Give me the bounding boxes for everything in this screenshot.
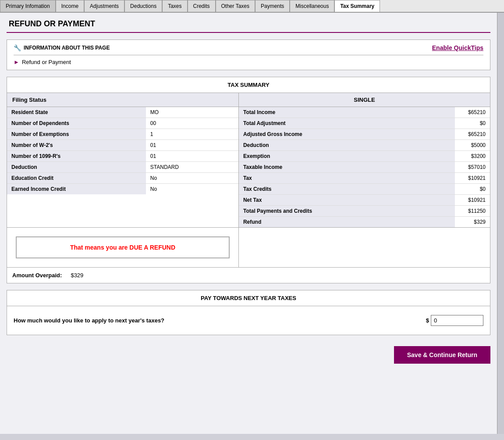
- row-label: Deduction: [239, 140, 455, 150]
- row-label: Deduction: [7, 162, 146, 172]
- row-value: STANDARD: [146, 162, 183, 172]
- amount-overpaid-row: Amount Overpaid: $329: [7, 268, 490, 283]
- nav-tab-taxes[interactable]: Taxes: [162, 0, 187, 12]
- pay-towards-header: PAY TOWARDS NEXT YEAR TAXES: [7, 290, 490, 306]
- info-box-title: 🔧 INFORMATION ABOUT THIS PAGE: [14, 44, 110, 51]
- row-value: $3200: [455, 151, 490, 161]
- table-row: Adjusted Gross Income$65210: [239, 129, 490, 140]
- pay-towards-label: How much would you like to apply to next…: [14, 317, 422, 324]
- table-row: Tax$10921: [239, 173, 490, 184]
- filing-status-row: Filing Status SINGLE: [7, 93, 490, 107]
- info-box-header: 🔧 INFORMATION ABOUT THIS PAGE Enable Qui…: [14, 44, 483, 51]
- row-value: 01: [146, 151, 160, 161]
- scrollbar[interactable]: [497, 13, 504, 434]
- row-value: $10921: [455, 195, 490, 205]
- row-value: $0: [455, 184, 490, 194]
- tax-summary-box: TAX SUMMARY Filing Status SINGLE Residen…: [7, 77, 490, 283]
- row-label: Education Credit: [7, 173, 146, 183]
- table-row: Education CreditNo: [7, 173, 238, 184]
- save-continue-button[interactable]: Save & Continue Return: [394, 346, 490, 364]
- next-year-taxes-input[interactable]: [431, 315, 483, 326]
- nav-tab-primary-infomation[interactable]: Primary Infomation: [0, 0, 56, 12]
- navigation-tabs: Primary InfomationIncomeAdjustmentsDeduc…: [0, 0, 504, 13]
- enable-quicktips-link[interactable]: Enable QuickTips: [432, 44, 483, 51]
- row-value: No: [146, 173, 161, 183]
- bottom-section: That means you are DUE A REFUND: [7, 228, 490, 268]
- pay-towards-input-group: $: [426, 315, 483, 326]
- table-row: Deduction$5000: [239, 140, 490, 151]
- table-row: Total Payments and Credits$11250: [239, 206, 490, 217]
- page-title: REFUND OR PAYMENT: [7, 19, 490, 29]
- nav-tab-payments[interactable]: Payments: [255, 0, 290, 12]
- arrow-icon: ►: [14, 59, 19, 65]
- row-value: $10921: [455, 173, 490, 183]
- row-value: 00: [146, 118, 160, 129]
- nav-tab-miscellaneous[interactable]: Miscellaneous: [290, 0, 334, 12]
- title-divider: [7, 32, 490, 33]
- row-label: Adjusted Gross Income: [239, 129, 455, 140]
- pay-towards-box: PAY TOWARDS NEXT YEAR TAXES How much wou…: [7, 290, 490, 335]
- table-row: Tax Credits$0: [239, 184, 490, 195]
- dollar-sign: $: [426, 317, 429, 324]
- info-box-divider: [14, 55, 483, 55]
- pay-towards-content: How much would you like to apply to next…: [7, 306, 490, 335]
- filing-status-label: Filing Status: [7, 93, 239, 107]
- row-value: $57010: [455, 162, 490, 172]
- tax-summary-header: TAX SUMMARY: [7, 77, 490, 93]
- table-row: Exemption$3200: [239, 151, 490, 162]
- nav-tab-tax-summary[interactable]: Tax Summary: [334, 0, 380, 12]
- info-box: 🔧 INFORMATION ABOUT THIS PAGE Enable Qui…: [7, 39, 490, 70]
- table-row: DeductionSTANDARD: [7, 162, 238, 173]
- table-row: Net Tax$10921: [239, 195, 490, 206]
- save-button-container: Save & Continue Return: [7, 342, 490, 368]
- row-value: 01: [146, 140, 160, 150]
- row-value: $329: [455, 217, 490, 227]
- table-row: Taxable Income$57010: [239, 162, 490, 173]
- wrench-icon: 🔧: [14, 44, 21, 51]
- table-row: Number of Exemptions1: [7, 129, 238, 140]
- row-value: 1: [146, 129, 158, 140]
- row-label: Tax: [239, 173, 455, 183]
- info-box-title-text: INFORMATION ABOUT THIS PAGE: [24, 45, 110, 51]
- amount-overpaid-label: Amount Overpaid:: [12, 272, 62, 279]
- row-label: Number of W-2's: [7, 140, 146, 150]
- amount-overpaid-value: $329: [71, 272, 83, 279]
- row-value: MO: [146, 107, 163, 118]
- row-label: Total Adjustment: [239, 118, 455, 129]
- nav-tab-adjustments[interactable]: Adjustments: [84, 0, 124, 12]
- row-value: $0: [455, 118, 490, 129]
- nav-tab-other-taxes[interactable]: Other Taxes: [216, 0, 255, 12]
- row-label: Total Payments and Credits: [239, 206, 455, 216]
- table-row: Number of 1099-R's01: [7, 151, 238, 162]
- row-label: Number of Exemptions: [7, 129, 146, 140]
- table-row: Number of Dependents00: [7, 118, 238, 129]
- main-content: REFUND OR PAYMENT 🔧 INFORMATION ABOUT TH…: [0, 13, 497, 434]
- row-label: Number of Dependents: [7, 118, 146, 129]
- row-value: $11250: [455, 206, 490, 216]
- row-value: No: [146, 184, 161, 194]
- row-label: Taxable Income: [239, 162, 455, 172]
- info-box-refund-link[interactable]: ► Refund or Payment: [14, 59, 483, 65]
- row-value: $65210: [455, 107, 490, 118]
- filing-status-value: SINGLE: [239, 93, 490, 107]
- data-columns: Resident StateMONumber of Dependents00Nu…: [7, 107, 490, 228]
- row-label: Refund: [239, 217, 455, 227]
- table-row: Number of W-2's01: [7, 140, 238, 151]
- row-label: Total Income: [239, 107, 455, 118]
- row-label: Resident State: [7, 107, 146, 118]
- row-value: $65210: [455, 129, 490, 140]
- table-row: Resident StateMO: [7, 107, 238, 118]
- nav-tab-income[interactable]: Income: [56, 0, 84, 12]
- row-label: Number of 1099-R's: [7, 151, 146, 161]
- refund-message-container: That means you are DUE A REFUND: [7, 228, 239, 267]
- right-column: Total Income$65210Total Adjustment$0Adju…: [239, 107, 490, 227]
- table-row: Total Adjustment$0: [239, 118, 490, 129]
- row-value: $5000: [455, 140, 490, 150]
- table-row: Total Income$65210: [239, 107, 490, 118]
- row-label: Tax Credits: [239, 184, 455, 194]
- row-label: Net Tax: [239, 195, 455, 205]
- refund-message: That means you are DUE A REFUND: [70, 244, 175, 251]
- row-label: Earned Income Credit: [7, 184, 146, 194]
- nav-tab-credits[interactable]: Credits: [188, 0, 216, 12]
- nav-tab-deductions[interactable]: Deductions: [124, 0, 162, 12]
